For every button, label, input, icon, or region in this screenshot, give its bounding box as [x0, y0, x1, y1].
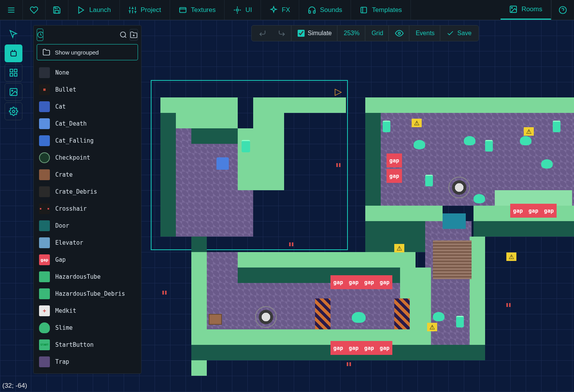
search-input[interactable] [46, 32, 117, 38]
template-item[interactable]: HazardousTube [37, 268, 138, 285]
cat-sprite[interactable] [216, 157, 229, 170]
template-item[interactable]: Medkit [37, 302, 138, 319]
hazardous-tube[interactable] [242, 140, 250, 152]
crate[interactable] [209, 314, 222, 325]
gap-tile[interactable]: gap [377, 275, 392, 289]
template-item[interactable]: Slime [37, 319, 138, 336]
hazardous-tube[interactable] [425, 175, 433, 186]
ui-button[interactable]: UI [225, 0, 261, 20]
gap-tile[interactable]: gap [387, 169, 402, 183]
haztube-debris-icon [39, 288, 50, 299]
template-item[interactable]: Checkpoint [37, 149, 138, 166]
template-item[interactable]: Door [37, 217, 138, 234]
gap-tile[interactable]: gap [387, 153, 402, 167]
gap-tile[interactable]: gap [346, 341, 361, 355]
template-item[interactable]: Crosshair [37, 200, 138, 217]
slime[interactable] [414, 140, 425, 149]
show-ungrouped[interactable]: Show ungrouped [37, 44, 138, 60]
hazardous-tube[interactable] [456, 316, 464, 327]
warning-sign[interactable] [506, 252, 516, 261]
template-item[interactable]: Elevator [37, 234, 138, 251]
sounds-button[interactable]: Sounds [299, 0, 351, 20]
simulate-toggle[interactable]: Simulate [292, 26, 337, 41]
warning-sign[interactable] [412, 119, 422, 127]
template-item[interactable]: Trap [37, 353, 138, 370]
rooms-button[interactable]: Rooms [501, 0, 551, 20]
slime[interactable] [474, 194, 485, 203]
favorite-button[interactable] [23, 0, 46, 20]
menu-button[interactable] [0, 0, 23, 20]
gap-tile[interactable]: gap [361, 275, 377, 289]
gap-tile[interactable]: gap [346, 275, 361, 289]
warning-sign[interactable] [524, 127, 534, 136]
template-icon [359, 6, 368, 14]
tile-wall [400, 252, 416, 345]
templates-button[interactable]: Templates [351, 0, 410, 20]
select-tool[interactable] [5, 25, 22, 43]
template-item[interactable]: Crate_Debris [37, 183, 138, 200]
template-list: NoneBulletCatCat_DeathCat_FallingCheckpo… [37, 64, 138, 370]
new-folder-button[interactable] [129, 29, 138, 41]
template-item[interactable]: Cat_Death [37, 115, 138, 132]
tile-wall [160, 113, 176, 237]
help-button[interactable] [551, 0, 574, 20]
zoom-level[interactable]: 253% [338, 26, 365, 41]
fx-button[interactable]: FX [261, 0, 299, 20]
slime[interactable] [433, 312, 445, 321]
events-button[interactable]: Events [410, 26, 440, 41]
save-room-button[interactable]: Save [441, 26, 477, 41]
grid-button[interactable]: Grid [366, 26, 389, 41]
project-button[interactable]: Project [120, 0, 170, 20]
simulate-checkbox[interactable] [298, 30, 305, 37]
slime[interactable] [464, 136, 475, 145]
svg-point-23 [511, 7, 513, 9]
door[interactable] [443, 213, 466, 229]
play-icon[interactable]: ▷ [335, 86, 342, 97]
none-icon [39, 67, 50, 78]
svg-rect-20 [361, 7, 367, 13]
simulate-label: Simulate [308, 30, 332, 37]
sort-group: A-Z [37, 29, 43, 41]
fan[interactable] [448, 177, 470, 198]
template-item[interactable]: HazardousTube_Debris [37, 285, 138, 302]
warning-sign[interactable] [427, 323, 437, 331]
tile-floor [207, 252, 238, 345]
undo-button[interactable] [253, 26, 272, 41]
tile-tool[interactable] [5, 64, 22, 82]
marker [506, 303, 511, 307]
gap-tile[interactable]: gap [330, 275, 346, 289]
template-item[interactable]: Bullet [37, 81, 138, 98]
warning-sign[interactable] [394, 244, 404, 252]
slime[interactable] [520, 136, 531, 145]
sort-by-time[interactable] [37, 29, 43, 41]
gap-tile[interactable]: gap [541, 204, 557, 218]
save-button[interactable] [46, 0, 68, 20]
template-item[interactable]: STARTStartButton [37, 336, 138, 353]
properties-tool[interactable] [5, 102, 22, 120]
template-item[interactable]: Crate [37, 166, 138, 183]
visibility-button[interactable] [390, 26, 409, 41]
background-tool[interactable] [5, 83, 22, 101]
launch-button[interactable]: Launch [68, 0, 120, 20]
slime[interactable] [352, 312, 366, 323]
textures-button[interactable]: Textures [170, 0, 225, 20]
fan[interactable] [255, 306, 277, 328]
slime[interactable] [541, 159, 553, 169]
marker [336, 163, 341, 167]
add-copies-tool[interactable] [5, 44, 22, 62]
gap-tile[interactable]: gap [510, 204, 526, 218]
gap-tile[interactable]: gap [377, 341, 392, 355]
hazardous-tube[interactable] [485, 140, 493, 152]
template-item[interactable]: Cat [37, 98, 138, 115]
hazardous-tube[interactable] [383, 121, 390, 132]
redo-button[interactable] [273, 26, 291, 41]
search-button[interactable] [119, 29, 127, 41]
template-item[interactable]: gapGap [37, 251, 138, 268]
hazardous-tube[interactable] [553, 121, 560, 132]
template-item[interactable]: None [37, 64, 138, 81]
gap-tile[interactable]: gap [526, 204, 541, 218]
gap-tile[interactable]: gap [361, 341, 377, 355]
folder-icon [43, 48, 50, 56]
template-item[interactable]: Cat_Falling [37, 132, 138, 149]
gap-tile[interactable]: gap [330, 341, 346, 355]
